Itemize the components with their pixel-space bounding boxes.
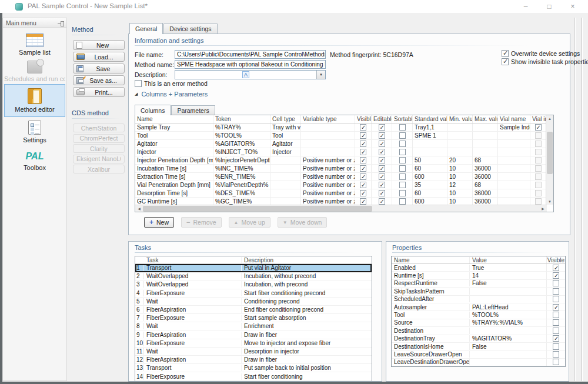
variable-type-cell[interactable] xyxy=(301,148,355,156)
sortable-checkbox[interactable] xyxy=(399,165,406,172)
property-row[interactable]: Tool %TOOL% xyxy=(392,311,565,319)
property-row[interactable]: Runtime [s] 14 xyxy=(392,272,565,279)
task-description[interactable]: Put vial in Agitator xyxy=(242,265,372,271)
task-name[interactable]: FiberExposure xyxy=(144,373,242,380)
property-name[interactable]: ScheduledAfter xyxy=(392,296,470,302)
sortable-checkbox[interactable] xyxy=(399,198,406,205)
name-cell[interactable]: Injector Penetration Depth [mm] xyxy=(135,156,213,164)
variable-type-cell[interactable]: Positive number or zero xyxy=(301,181,355,189)
column-header-cell[interactable]: Cell type xyxy=(270,115,301,123)
name-cell[interactable]: Injector xyxy=(135,148,213,156)
column-header-cell[interactable]: Max. value xyxy=(473,115,498,123)
column-header-cell[interactable]: Standard value xyxy=(413,115,447,123)
column-row[interactable]: Desorption Time [s] %DES_TIME% Positive … xyxy=(135,189,546,198)
standard-value-cell[interactable]: 35 xyxy=(413,181,447,189)
property-row[interactable]: RespectRuntime False xyxy=(392,280,565,288)
vial-name-cell[interactable] xyxy=(498,181,530,189)
sidebar-item[interactable]: Settings xyxy=(4,118,65,145)
variable-type-cell[interactable]: Positive number or zero xyxy=(301,189,355,197)
task-row[interactable]: 1 Transport Put vial in Agitator xyxy=(135,264,372,272)
name-cell[interactable]: Desorption Time [s] xyxy=(135,189,213,197)
standard-value-cell[interactable]: 50 xyxy=(413,156,447,164)
vial-increment-checkbox[interactable] xyxy=(535,124,542,131)
property-name[interactable]: DestinationTray xyxy=(392,335,470,342)
columns-parameters-section[interactable]: ◢ Columns + Parameters xyxy=(135,91,208,98)
vial-name-cell[interactable] xyxy=(498,173,530,181)
task-description[interactable]: Desorption in injector xyxy=(242,348,372,355)
task-description[interactable]: Incubation, with precond xyxy=(242,281,372,288)
task-name[interactable]: FiberExposure xyxy=(144,340,242,346)
tasks-header-description[interactable]: Description xyxy=(242,257,372,263)
cell-type-cell[interactable] xyxy=(270,156,301,164)
tasks-header-task[interactable]: Task xyxy=(144,257,242,263)
token-cell[interactable]: %VialPenetrDepth% xyxy=(213,181,270,189)
property-name[interactable]: LeaveDestinationDrawerOpen xyxy=(392,359,470,365)
task-name[interactable]: Transport xyxy=(144,365,242,371)
description-input[interactable]: A ▾ xyxy=(175,70,326,79)
sidebar-item[interactable]: Sample list xyxy=(4,31,65,58)
vial-increment-checkbox[interactable] xyxy=(535,149,542,155)
min-value-cell[interactable]: 10 xyxy=(447,173,473,181)
task-row[interactable]: 2 WaitOverlapped Incubation, without pre… xyxy=(135,272,372,281)
editable-checkbox[interactable] xyxy=(379,190,385,196)
sortable-checkbox[interactable] xyxy=(399,182,406,188)
scroll-left-icon[interactable]: ◀ xyxy=(135,206,143,211)
column-row[interactable]: Injector %INJECT_TO% Injector xyxy=(135,148,546,156)
visible-checkbox[interactable] xyxy=(360,182,366,188)
column-row[interactable]: Vial Penetration Depth [mm] %VialPenetrD… xyxy=(135,181,546,189)
sidebar-item[interactable]: PAL Toolbox xyxy=(4,148,65,173)
sortable-checkbox[interactable] xyxy=(399,157,406,163)
name-cell[interactable]: Sample Tray xyxy=(135,123,213,131)
task-name[interactable]: WaitOverlapped xyxy=(144,273,242,279)
property-name[interactable]: Runtime [s] xyxy=(392,272,470,279)
min-value-cell[interactable] xyxy=(447,148,473,156)
scroll-up-icon[interactable]: ▲ xyxy=(546,115,553,122)
method-button[interactable]: Save xyxy=(73,64,125,74)
property-visible-checkbox[interactable] xyxy=(553,272,559,279)
task-name[interactable]: FiberExposure xyxy=(144,290,242,296)
property-visible-checkbox[interactable] xyxy=(553,265,559,271)
cds-button[interactable]: Eksigent NanoLC xyxy=(73,155,125,163)
method-button[interactable]: Save as... xyxy=(73,75,125,85)
task-name[interactable]: FiberAspiration xyxy=(144,356,242,363)
task-row[interactable]: 7 FiberExposure Start sample absorption xyxy=(135,314,372,322)
error-method-checkbox[interactable] xyxy=(135,80,142,87)
vial-increment-checkbox[interactable] xyxy=(535,198,542,205)
task-row[interactable]: 13 Transport Put sample back to initial … xyxy=(135,364,372,372)
task-row[interactable]: 4 FiberExposure Start fiber conditioning… xyxy=(135,289,372,298)
editable-checkbox[interactable] xyxy=(379,182,385,188)
standard-value-cell[interactable]: 60 xyxy=(413,189,447,197)
task-name[interactable]: Transport xyxy=(144,265,242,271)
min-value-cell[interactable] xyxy=(447,123,473,131)
task-name[interactable]: FiberExposure xyxy=(144,315,242,321)
property-name[interactable]: DestinationIsHome xyxy=(392,343,470,350)
task-row[interactable]: 12 FiberAspiration Draw in fiber xyxy=(135,356,372,364)
vial-name-cell[interactable] xyxy=(498,189,530,197)
move-down-button[interactable]: ▼ Move down xyxy=(278,217,328,228)
token-cell[interactable]: %INC_TIME% xyxy=(213,165,270,172)
visible-checkbox[interactable] xyxy=(360,124,366,131)
vertical-scroll-thumb[interactable] xyxy=(547,132,553,174)
property-visible-checkbox[interactable] xyxy=(553,280,559,286)
task-description[interactable]: Start fiber conditioning precond xyxy=(242,290,372,296)
task-description[interactable]: Start sample absorption xyxy=(242,315,372,321)
horizontal-scroll-thumb[interactable] xyxy=(143,206,372,212)
task-name[interactable]: FiberAspiration xyxy=(144,306,242,313)
property-row[interactable]: Source %TRAY%:%VIAL% xyxy=(392,319,565,327)
horizontal-scrollbar[interactable]: ◀ ▶ xyxy=(135,205,547,212)
overwrite-device-settings-checkbox[interactable] xyxy=(502,50,509,57)
standard-value-cell[interactable]: 60 xyxy=(413,165,447,172)
right-splitter-2[interactable] xyxy=(581,18,583,381)
cell-type-cell[interactable] xyxy=(270,189,301,197)
property-value[interactable]: PAL:LeftHead xyxy=(470,304,546,310)
standard-value-cell[interactable]: Tray1,1 xyxy=(413,123,447,131)
editable-checkbox[interactable] xyxy=(379,157,385,163)
standard-value-cell[interactable]: SPME 1 xyxy=(413,132,447,139)
task-description[interactable]: Put sample back to initial position xyxy=(242,365,372,371)
property-visible-checkbox[interactable] xyxy=(553,288,559,295)
column-header-cell[interactable]: Vial increm xyxy=(530,115,546,123)
max-value-cell[interactable]: 36000 xyxy=(473,165,498,172)
property-row[interactable]: LeaveDestinationDrawerOpen xyxy=(392,359,565,366)
token-cell[interactable]: %TOOL% xyxy=(213,132,270,139)
name-cell[interactable]: Extraction Time [s] xyxy=(135,173,213,181)
